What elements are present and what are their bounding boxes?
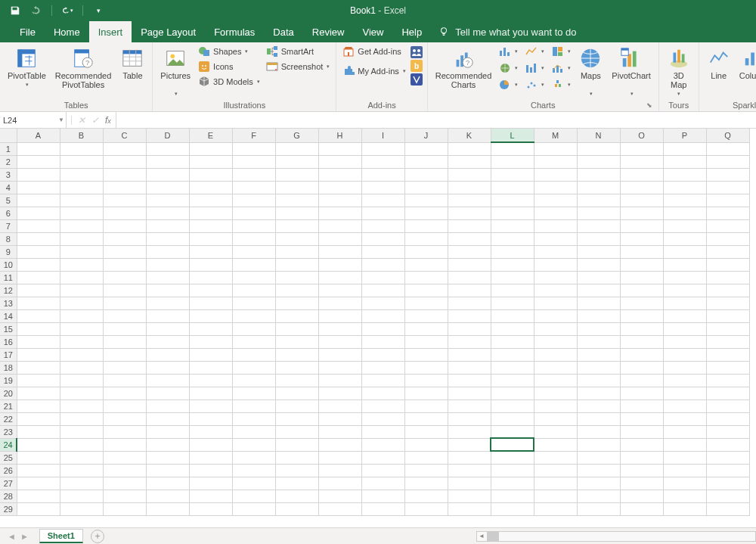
row-header[interactable]: 9	[0, 245, 17, 258]
cell[interactable]	[103, 194, 146, 207]
3d-map-button[interactable]: 3D Map ▾	[664, 45, 694, 100]
cell[interactable]	[404, 438, 448, 451]
cell[interactable]	[448, 374, 491, 387]
cell[interactable]	[534, 477, 577, 490]
cell[interactable]	[17, 142, 60, 155]
cell[interactable]	[318, 477, 361, 490]
cell[interactable]	[404, 425, 448, 438]
cell[interactable]	[103, 502, 146, 515]
cell[interactable]	[146, 271, 189, 284]
cell[interactable]	[448, 490, 491, 502]
hierarchy-chart-button[interactable]: ▾	[550, 45, 572, 58]
cell[interactable]	[275, 181, 318, 194]
cell[interactable]	[232, 284, 275, 297]
cell[interactable]	[448, 335, 491, 348]
cell[interactable]	[706, 502, 749, 515]
column-header[interactable]: F	[232, 129, 275, 142]
cell[interactable]	[404, 297, 448, 309]
row-header[interactable]: 29	[0, 502, 17, 515]
cell[interactable]	[17, 271, 60, 284]
cell[interactable]	[17, 387, 60, 399]
cell[interactable]	[491, 245, 534, 258]
cell[interactable]	[361, 322, 404, 335]
cell[interactable]	[103, 245, 146, 258]
cell[interactable]	[60, 374, 103, 387]
cell[interactable]	[361, 271, 404, 284]
cell[interactable]	[663, 490, 706, 502]
cell[interactable]	[146, 309, 189, 322]
cell[interactable]	[577, 335, 620, 348]
cell[interactable]	[448, 451, 491, 464]
cell[interactable]	[534, 142, 577, 155]
cell[interactable]	[189, 490, 232, 502]
cell[interactable]	[232, 181, 275, 194]
cell[interactable]	[534, 335, 577, 348]
cell[interactable]	[663, 207, 706, 219]
cell[interactable]	[17, 425, 60, 438]
row-header[interactable]: 21	[0, 399, 17, 412]
cell[interactable]	[60, 142, 103, 155]
cell[interactable]	[275, 374, 318, 387]
cell[interactable]	[448, 219, 491, 232]
cell[interactable]	[491, 335, 534, 348]
cell[interactable]	[620, 245, 663, 258]
cell[interactable]	[318, 502, 361, 515]
charts-launcher-icon[interactable]: ⬊	[646, 101, 652, 109]
cell[interactable]	[706, 348, 749, 361]
name-box-dropdown-icon[interactable]: ▼	[58, 117, 64, 123]
cell[interactable]	[620, 451, 663, 464]
cell[interactable]	[103, 155, 146, 168]
row-header[interactable]: 15	[0, 322, 17, 335]
people-graph-icon[interactable]	[411, 46, 423, 58]
cell[interactable]	[577, 142, 620, 155]
cell[interactable]	[146, 502, 189, 515]
name-box[interactable]: L24 ▼	[0, 112, 67, 128]
cell[interactable]	[534, 438, 577, 451]
cell[interactable]	[663, 425, 706, 438]
column-chart-button[interactable]: ▾	[497, 45, 519, 58]
cell[interactable]	[577, 322, 620, 335]
cell[interactable]	[189, 477, 232, 490]
cell[interactable]	[103, 348, 146, 361]
cell[interactable]	[577, 348, 620, 361]
cell[interactable]	[577, 361, 620, 374]
cell[interactable]	[706, 232, 749, 245]
cell[interactable]	[146, 348, 189, 361]
cell[interactable]	[60, 207, 103, 219]
cell[interactable]	[17, 361, 60, 374]
cell[interactable]	[361, 194, 404, 207]
cell[interactable]	[60, 322, 103, 335]
cell[interactable]	[103, 387, 146, 399]
cell[interactable]	[448, 232, 491, 245]
tab-file[interactable]: File	[11, 21, 45, 42]
cell[interactable]	[620, 142, 663, 155]
cell[interactable]	[60, 490, 103, 502]
cell[interactable]	[491, 387, 534, 399]
scatter-chart-button[interactable]: ▾	[524, 78, 546, 92]
cell[interactable]	[534, 451, 577, 464]
cell[interactable]	[491, 322, 534, 335]
cell[interactable]	[361, 245, 404, 258]
cell[interactable]	[706, 477, 749, 490]
cell[interactable]	[318, 425, 361, 438]
line-chart-button[interactable]: ▾	[524, 45, 546, 58]
cell[interactable]	[17, 155, 60, 168]
cell[interactable]	[404, 284, 448, 297]
cell[interactable]	[534, 155, 577, 168]
cell[interactable]	[491, 297, 534, 309]
cell[interactable]	[146, 361, 189, 374]
maps-button[interactable]: Maps▾	[575, 45, 606, 100]
combo-chart-button[interactable]: ▾	[550, 61, 572, 75]
cell[interactable]	[404, 502, 448, 515]
cell[interactable]	[663, 155, 706, 168]
cell[interactable]	[232, 490, 275, 502]
cell[interactable]	[361, 412, 404, 425]
cell[interactable]	[361, 477, 404, 490]
cell[interactable]	[103, 438, 146, 451]
cell[interactable]	[318, 297, 361, 309]
cell[interactable]	[361, 207, 404, 219]
cell[interactable]	[60, 438, 103, 451]
cell[interactable]	[189, 232, 232, 245]
cell[interactable]	[103, 477, 146, 490]
cell[interactable]	[146, 297, 189, 309]
